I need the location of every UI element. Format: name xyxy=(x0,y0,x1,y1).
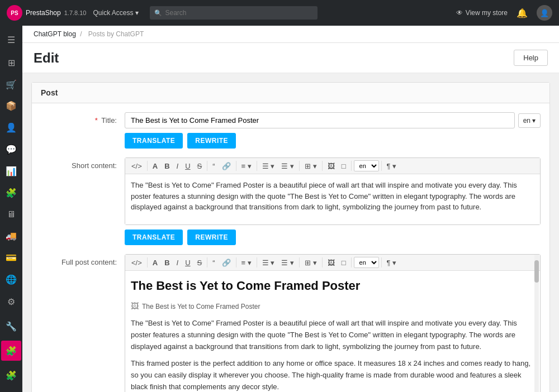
fp-toolbar-underline-btn[interactable]: U xyxy=(182,257,193,268)
toolbar-italic-btn[interactable]: I xyxy=(174,161,182,171)
title-controls: en ▾ TRANSLATE REWRITE xyxy=(125,112,541,149)
toolbar-list-ul-btn[interactable]: ☰ ▾ xyxy=(259,161,278,171)
sidebar-item-catalog[interactable]: 📦 xyxy=(1,96,21,116)
toolbar-more-btn[interactable]: □ xyxy=(339,161,349,171)
sidebar-item-modules-inactive[interactable]: 🧩 xyxy=(1,365,21,385)
fp-toolbar-strikethrough-btn[interactable]: S xyxy=(195,257,205,268)
toolbar-sep-1 xyxy=(147,161,148,171)
sidebar-item-international[interactable]: 🌐 xyxy=(1,270,21,289)
sidebar-item-orders[interactable]: 🛒 xyxy=(1,75,21,94)
title-label: * Title: xyxy=(41,112,125,125)
fp-toolbar-table-btn[interactable]: ⊞ ▾ xyxy=(302,257,320,268)
sidebar-item-settings[interactable]: ⚙ xyxy=(1,291,21,312)
short-content-rewrite-button[interactable]: REWRITE xyxy=(187,230,236,245)
sidebar-item-dashboard[interactable]: ⊞ xyxy=(1,53,21,73)
fp-toolbar-align-btn[interactable]: ≡ ▾ xyxy=(239,257,254,268)
required-star: * xyxy=(95,116,98,125)
scroll-thumb[interactable] xyxy=(534,260,539,283)
short-content-translate-button[interactable]: TRANSLATE xyxy=(125,230,183,245)
fp-toolbar-image-btn[interactable]: 🖼 xyxy=(325,257,338,268)
full-post-content[interactable]: The Best is Yet to Come Framed Poster 🖼 … xyxy=(125,271,540,392)
help-button[interactable]: Help xyxy=(514,50,548,66)
title-rewrite-button[interactable]: REWRITE xyxy=(187,133,236,149)
short-content-lang-select[interactable]: en xyxy=(354,160,379,171)
sidebar-item-shipping[interactable]: 🚚 xyxy=(1,226,21,246)
short-content-editor: </> A B I U S “ 🔗 ≡ ▾ xyxy=(125,157,541,225)
fp-toolbar-blockquote-btn[interactable]: “ xyxy=(210,257,217,268)
toolbar-font-btn[interactable]: A xyxy=(150,161,160,171)
toolbar-strikethrough-btn[interactable]: S xyxy=(195,161,205,171)
toolbar-code-btn[interactable]: </> xyxy=(129,161,145,171)
short-content-text[interactable]: The "Best is Yet to Come" Framed Poster … xyxy=(125,174,540,224)
fp-toolbar-bold-btn[interactable]: B xyxy=(162,257,172,268)
title-action-buttons: TRANSLATE REWRITE xyxy=(125,133,541,149)
short-content-toolbar: </> A B I U S “ 🔗 ≡ ▾ xyxy=(125,158,540,174)
sidebar-item-advanced[interactable]: 🔧 xyxy=(1,316,21,336)
fp-toolbar-list-ol-btn[interactable]: ☰ ▾ xyxy=(278,257,297,268)
sidebar-item-modules[interactable]: 🧩 xyxy=(1,183,21,203)
toolbar-align-btn[interactable]: ≡ ▾ xyxy=(239,161,254,171)
scrollbar[interactable] xyxy=(534,255,539,392)
page-header: Edit Help xyxy=(22,43,559,73)
toolbar-list-ol-btn[interactable]: ☰ ▾ xyxy=(278,161,297,171)
toolbar-sep-5 xyxy=(299,161,300,171)
full-post-editor: </> A B I U S “ 🔗 ≡ ▾ xyxy=(125,254,541,392)
fp-toolbar-more-btn[interactable]: □ xyxy=(339,257,349,268)
search-container: 🔍 xyxy=(150,6,318,20)
full-post-toolbar: </> A B I U S “ 🔗 ≡ ▾ xyxy=(125,255,540,271)
title-row: * Title: en ▾ TRANSLATE REWRITE xyxy=(41,112,541,149)
full-post-lang-select[interactable]: en xyxy=(354,257,379,268)
fp-toolbar-code-btn[interactable]: </> xyxy=(129,257,145,268)
toolbar-link-btn[interactable]: 🔗 xyxy=(219,161,234,171)
breadcrumb: ChatGPT blog / Posts by ChatGPT xyxy=(22,26,559,43)
main-content: ChatGPT blog / Posts by ChatGPT Edit Hel… xyxy=(22,26,559,392)
toolbar-image-btn[interactable]: 🖼 xyxy=(325,161,338,171)
post-form-card: Post * Title: en ▾ TR xyxy=(31,82,550,392)
toolbar-bold-btn[interactable]: B xyxy=(162,161,172,171)
sidebar: ☰ ⊞ 🛒 📦 👤 💬 📊 🧩 🖥 🚚 💳 🌐 ⚙ 🔧 🧩 🧩 xyxy=(0,26,22,392)
sidebar-item-modules-active[interactable]: 🧩 xyxy=(1,341,21,361)
page-title: Edit xyxy=(34,50,59,66)
full-post-para-2: This framed poster is the perfect additi… xyxy=(131,358,534,392)
app-logo: PS PrestaShop 1.7.8.10 xyxy=(7,5,86,21)
sidebar-item-stats[interactable]: 📊 xyxy=(1,161,21,181)
chevron-down-icon: ▾ xyxy=(532,117,536,125)
fp-toolbar-italic-btn[interactable]: I xyxy=(174,257,182,268)
breadcrumb-separator: / xyxy=(80,30,82,38)
title-translate-button[interactable]: TRANSLATE xyxy=(125,133,183,149)
fp-toolbar-font-btn[interactable]: A xyxy=(150,257,160,268)
search-input[interactable] xyxy=(150,6,318,20)
title-lang-dropdown[interactable]: en ▾ xyxy=(518,113,541,128)
user-icon: 👤 xyxy=(540,9,549,17)
toolbar-paragraph-btn[interactable]: ¶ ▾ xyxy=(384,161,400,171)
app-name: PrestaShop xyxy=(26,9,61,17)
sidebar-item-customers[interactable]: 👤 xyxy=(1,118,21,137)
toolbar-sep-2 xyxy=(207,161,207,171)
sidebar-item-messages[interactable]: 💬 xyxy=(1,140,21,159)
eye-icon: 👁 xyxy=(456,9,463,17)
short-content-row: Short content: </> A B I U S “ xyxy=(41,157,541,245)
sidebar-item-payment[interactable]: 💳 xyxy=(1,248,21,267)
breadcrumb-parent[interactable]: ChatGPT blog xyxy=(34,30,76,38)
short-content-controls: </> A B I U S “ 🔗 ≡ ▾ xyxy=(125,157,541,245)
logo-icon: PS xyxy=(7,5,22,21)
title-input[interactable] xyxy=(125,112,515,128)
toolbar-underline-btn[interactable]: U xyxy=(182,161,193,171)
sidebar-item-design[interactable]: 🖥 xyxy=(1,205,21,224)
top-nav-right: 👁 View my store 🔔 👤 xyxy=(456,5,552,21)
sidebar-toggle[interactable]: ☰ xyxy=(1,30,21,50)
toolbar-sep-8 xyxy=(381,161,382,171)
image-icon: 🖼 xyxy=(131,300,139,312)
fp-toolbar-paragraph-btn[interactable]: ¶ ▾ xyxy=(384,257,400,268)
view-store-button[interactable]: 👁 View my store xyxy=(456,9,508,17)
toolbar-table-btn[interactable]: ⊞ ▾ xyxy=(302,161,320,171)
toolbar-blockquote-btn[interactable]: “ xyxy=(210,161,217,171)
fp-toolbar-link-btn[interactable]: 🔗 xyxy=(219,257,234,268)
breadcrumb-current: Posts by ChatGPT xyxy=(88,30,144,38)
fp-toolbar-list-ul-btn[interactable]: ☰ ▾ xyxy=(259,257,278,268)
quick-access-button[interactable]: Quick Access ▾ xyxy=(93,9,138,17)
notifications-bell[interactable]: 🔔 xyxy=(517,8,528,18)
app-version: 1.7.8.10 xyxy=(64,9,87,16)
user-avatar[interactable]: 👤 xyxy=(537,5,552,21)
full-post-para-1: The "Best is Yet to Come" Framed Poster … xyxy=(131,318,534,352)
